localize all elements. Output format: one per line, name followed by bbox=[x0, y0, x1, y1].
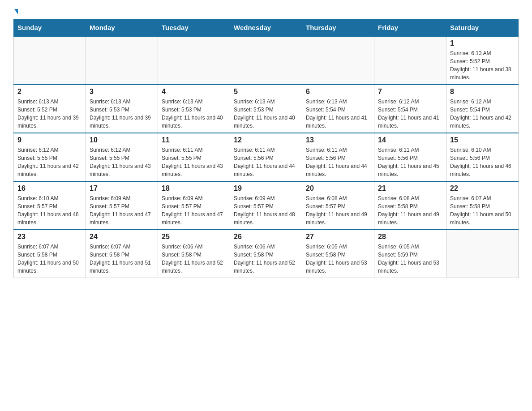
day-number: 10 bbox=[90, 136, 154, 144]
calendar-cell bbox=[374, 36, 446, 85]
calendar-header-friday: Friday bbox=[374, 19, 446, 37]
calendar-cell: 20Sunrise: 6:08 AMSunset: 5:57 PMDayligh… bbox=[302, 181, 374, 230]
day-number: 8 bbox=[450, 88, 515, 96]
day-info: Sunrise: 6:09 AMSunset: 5:57 PMDaylight:… bbox=[234, 194, 298, 227]
day-number: 2 bbox=[17, 88, 82, 96]
calendar-cell: 24Sunrise: 6:07 AMSunset: 5:58 PMDayligh… bbox=[86, 230, 158, 278]
calendar-cell: 17Sunrise: 6:09 AMSunset: 5:57 PMDayligh… bbox=[86, 181, 158, 230]
calendar-week-row: 23Sunrise: 6:07 AMSunset: 5:58 PMDayligh… bbox=[14, 230, 519, 278]
calendar-header-row: SundayMondayTuesdayWednesdayThursdayFrid… bbox=[14, 19, 519, 37]
calendar-cell: 9Sunrise: 6:12 AMSunset: 5:55 PMDaylight… bbox=[14, 133, 86, 181]
day-info: Sunrise: 6:11 AMSunset: 5:56 PMDaylight:… bbox=[234, 146, 298, 178]
day-number: 25 bbox=[162, 233, 226, 241]
calendar-cell: 22Sunrise: 6:07 AMSunset: 5:58 PMDayligh… bbox=[446, 181, 519, 230]
day-number: 12 bbox=[234, 136, 298, 144]
calendar-table: SundayMondayTuesdayWednesdayThursdayFrid… bbox=[13, 19, 519, 278]
calendar-cell: 26Sunrise: 6:06 AMSunset: 5:58 PMDayligh… bbox=[230, 230, 302, 278]
day-info: Sunrise: 6:08 AMSunset: 5:57 PMDaylight:… bbox=[306, 194, 370, 227]
day-info: Sunrise: 6:13 AMSunset: 5:52 PMDaylight:… bbox=[17, 98, 82, 130]
calendar-cell: 23Sunrise: 6:07 AMSunset: 5:58 PMDayligh… bbox=[14, 230, 86, 278]
day-number: 6 bbox=[306, 88, 370, 96]
day-info: Sunrise: 6:12 AMSunset: 5:54 PMDaylight:… bbox=[450, 98, 515, 130]
calendar-cell bbox=[446, 230, 519, 278]
day-number: 26 bbox=[234, 233, 298, 241]
day-number: 17 bbox=[90, 184, 154, 193]
calendar-cell: 15Sunrise: 6:10 AMSunset: 5:56 PMDayligh… bbox=[446, 133, 519, 181]
day-number: 19 bbox=[234, 184, 298, 193]
day-number: 21 bbox=[378, 184, 442, 193]
day-info: Sunrise: 6:10 AMSunset: 5:56 PMDaylight:… bbox=[450, 146, 515, 178]
calendar-cell bbox=[302, 36, 374, 85]
calendar-header-saturday: Saturday bbox=[446, 19, 519, 37]
calendar-cell bbox=[230, 36, 302, 85]
calendar-cell: 5Sunrise: 6:13 AMSunset: 5:53 PMDaylight… bbox=[230, 85, 302, 133]
calendar-header-tuesday: Tuesday bbox=[158, 19, 230, 37]
day-number: 7 bbox=[378, 88, 442, 96]
day-number: 11 bbox=[162, 136, 226, 144]
calendar-header-wednesday: Wednesday bbox=[230, 19, 302, 37]
day-number: 3 bbox=[90, 88, 154, 96]
day-info: Sunrise: 6:10 AMSunset: 5:57 PMDaylight:… bbox=[17, 194, 82, 227]
calendar-cell: 21Sunrise: 6:08 AMSunset: 5:58 PMDayligh… bbox=[374, 181, 446, 230]
day-number: 15 bbox=[450, 136, 515, 144]
calendar-week-row: 1Sunrise: 6:13 AMSunset: 5:52 PMDaylight… bbox=[14, 36, 519, 85]
day-number: 14 bbox=[378, 136, 442, 144]
day-info: Sunrise: 6:06 AMSunset: 5:58 PMDaylight:… bbox=[162, 243, 226, 275]
day-number: 23 bbox=[17, 233, 82, 241]
calendar-week-row: 16Sunrise: 6:10 AMSunset: 5:57 PMDayligh… bbox=[14, 181, 519, 230]
day-number: 13 bbox=[306, 136, 370, 144]
calendar-header-monday: Monday bbox=[86, 19, 158, 37]
day-info: Sunrise: 6:06 AMSunset: 5:58 PMDaylight:… bbox=[234, 243, 298, 275]
day-info: Sunrise: 6:13 AMSunset: 5:53 PMDaylight:… bbox=[234, 98, 298, 130]
day-info: Sunrise: 6:13 AMSunset: 5:53 PMDaylight:… bbox=[90, 98, 154, 130]
day-info: Sunrise: 6:05 AMSunset: 5:59 PMDaylight:… bbox=[378, 243, 442, 275]
calendar-cell: 2Sunrise: 6:13 AMSunset: 5:52 PMDaylight… bbox=[14, 85, 86, 133]
day-number: 1 bbox=[450, 39, 515, 47]
day-number: 16 bbox=[17, 184, 82, 193]
calendar-cell: 3Sunrise: 6:13 AMSunset: 5:53 PMDaylight… bbox=[86, 85, 158, 133]
day-info: Sunrise: 6:09 AMSunset: 5:57 PMDaylight:… bbox=[90, 194, 154, 227]
day-number: 5 bbox=[234, 88, 298, 96]
calendar-cell: 12Sunrise: 6:11 AMSunset: 5:56 PMDayligh… bbox=[230, 133, 302, 181]
calendar-cell: 1Sunrise: 6:13 AMSunset: 5:52 PMDaylight… bbox=[446, 36, 519, 85]
day-number: 4 bbox=[162, 88, 226, 96]
calendar-cell bbox=[14, 36, 86, 85]
day-number: 22 bbox=[450, 184, 515, 193]
day-info: Sunrise: 6:12 AMSunset: 5:55 PMDaylight:… bbox=[90, 146, 154, 178]
calendar-header-thursday: Thursday bbox=[302, 19, 374, 37]
day-info: Sunrise: 6:08 AMSunset: 5:58 PMDaylight:… bbox=[378, 194, 442, 227]
day-info: Sunrise: 6:07 AMSunset: 5:58 PMDaylight:… bbox=[90, 243, 154, 275]
calendar-cell: 8Sunrise: 6:12 AMSunset: 5:54 PMDaylight… bbox=[446, 85, 519, 133]
logo bbox=[13, 9, 18, 14]
logo-triangle-icon bbox=[14, 9, 18, 14]
day-info: Sunrise: 6:07 AMSunset: 5:58 PMDaylight:… bbox=[17, 243, 82, 275]
calendar-cell: 19Sunrise: 6:09 AMSunset: 5:57 PMDayligh… bbox=[230, 181, 302, 230]
day-number: 28 bbox=[378, 233, 442, 241]
day-info: Sunrise: 6:07 AMSunset: 5:58 PMDaylight:… bbox=[450, 194, 515, 227]
day-info: Sunrise: 6:11 AMSunset: 5:56 PMDaylight:… bbox=[306, 146, 370, 178]
calendar-cell: 25Sunrise: 6:06 AMSunset: 5:58 PMDayligh… bbox=[158, 230, 230, 278]
calendar-cell: 14Sunrise: 6:11 AMSunset: 5:56 PMDayligh… bbox=[374, 133, 446, 181]
calendar-week-row: 9Sunrise: 6:12 AMSunset: 5:55 PMDaylight… bbox=[14, 133, 519, 181]
day-number: 9 bbox=[17, 136, 82, 144]
calendar-cell: 10Sunrise: 6:12 AMSunset: 5:55 PMDayligh… bbox=[86, 133, 158, 181]
day-number: 24 bbox=[90, 233, 154, 241]
calendar-cell: 11Sunrise: 6:11 AMSunset: 5:55 PMDayligh… bbox=[158, 133, 230, 181]
calendar-cell: 16Sunrise: 6:10 AMSunset: 5:57 PMDayligh… bbox=[14, 181, 86, 230]
day-info: Sunrise: 6:13 AMSunset: 5:54 PMDaylight:… bbox=[306, 98, 370, 130]
calendar-cell: 7Sunrise: 6:12 AMSunset: 5:54 PMDaylight… bbox=[374, 85, 446, 133]
calendar-cell: 18Sunrise: 6:09 AMSunset: 5:57 PMDayligh… bbox=[158, 181, 230, 230]
day-info: Sunrise: 6:09 AMSunset: 5:57 PMDaylight:… bbox=[162, 194, 226, 227]
day-info: Sunrise: 6:05 AMSunset: 5:58 PMDaylight:… bbox=[306, 243, 370, 275]
page-header bbox=[13, 9, 519, 14]
day-number: 27 bbox=[306, 233, 370, 241]
day-info: Sunrise: 6:12 AMSunset: 5:55 PMDaylight:… bbox=[17, 146, 82, 178]
day-info: Sunrise: 6:13 AMSunset: 5:52 PMDaylight:… bbox=[450, 49, 515, 81]
calendar-header-sunday: Sunday bbox=[14, 19, 86, 37]
calendar-cell: 27Sunrise: 6:05 AMSunset: 5:58 PMDayligh… bbox=[302, 230, 374, 278]
day-info: Sunrise: 6:11 AMSunset: 5:55 PMDaylight:… bbox=[162, 146, 226, 178]
calendar-cell: 13Sunrise: 6:11 AMSunset: 5:56 PMDayligh… bbox=[302, 133, 374, 181]
day-info: Sunrise: 6:12 AMSunset: 5:54 PMDaylight:… bbox=[378, 98, 442, 130]
calendar-week-row: 2Sunrise: 6:13 AMSunset: 5:52 PMDaylight… bbox=[14, 85, 519, 133]
calendar-cell: 6Sunrise: 6:13 AMSunset: 5:54 PMDaylight… bbox=[302, 85, 374, 133]
